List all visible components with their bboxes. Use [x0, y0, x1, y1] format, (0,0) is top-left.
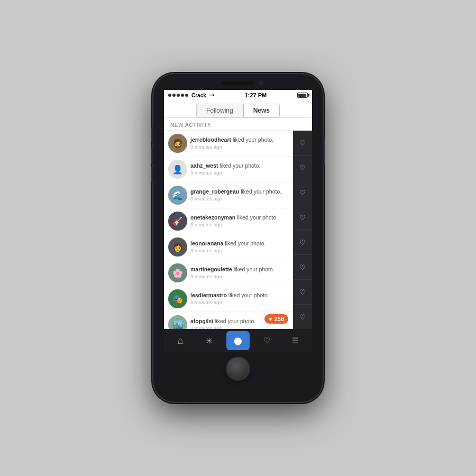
activity-item-7: 🎭lesdiermastro liked your photo.3 minute…	[164, 286, 312, 312]
like-badge: ♥258	[264, 314, 288, 324]
activity-text-5: leonoranana liked your photo.3 minutes a…	[187, 240, 289, 254]
heart-btn-7[interactable]: ♡	[293, 280, 312, 305]
time-3: 3 minutes ago	[190, 196, 286, 202]
status-left: Crack ⭢	[168, 93, 214, 98]
activity-text-6: martinegoulette liked your photo.3 minut…	[187, 266, 289, 280]
activity-text-2: aahz_west liked your photo.3 minutes ago	[187, 162, 289, 177]
username-7: lesdiermastro	[190, 292, 227, 298]
activity-item-4: 🎸onetakezonyman liked your photo.3 minut…	[164, 208, 312, 234]
avatar-6: 🌸	[168, 263, 187, 282]
tab-bar: Following News	[164, 100, 312, 118]
avatar-1: 🧔	[168, 134, 187, 153]
nav-profile[interactable]: ☰	[284, 331, 307, 350]
activity-item-5: 👩leonoranana liked your photo.3 minutes …	[164, 234, 312, 260]
activity-text-1: jerrebloodheart liked your photo.3 minut…	[187, 136, 289, 151]
time-7: 3 minutes ago	[190, 299, 286, 306]
time-5: 3 minutes ago	[190, 248, 286, 254]
activity-text-7: lesdiermastro liked your photo.3 minutes…	[187, 292, 289, 306]
like-badge-icon: ♥	[269, 316, 272, 322]
activity-list: 🧔jerrebloodheart liked your photo.3 minu…	[164, 131, 312, 329]
action-6: liked your photo.	[234, 266, 274, 272]
phone-shell: Crack ⭢ 1:27 PM Following News NEW ACTIV…	[153, 74, 323, 402]
battery-indicator	[297, 93, 308, 98]
tab-news[interactable]: News	[243, 104, 280, 117]
signal-bars	[168, 94, 188, 97]
carrier-label: Crack	[191, 93, 206, 98]
heart-sidebar: ♡♡♡♡♡♡♡♡	[293, 131, 312, 329]
heart-btn-1[interactable]: ♡	[293, 131, 312, 155]
like-badge-count: 258	[274, 316, 284, 322]
activity-item-3: 🌊grange_robergeau liked your photo.3 min…	[164, 182, 312, 208]
heart-btn-5[interactable]: ♡	[293, 230, 312, 255]
tab-following[interactable]: Following	[196, 104, 243, 117]
activity-item-2: 👤aahz_west liked your photo.3 minutes ag…	[164, 157, 312, 182]
username-1: jerrebloodheart	[190, 136, 231, 143]
bottom-nav: ⌂ ✳ ⬤ ♡ ☰	[164, 329, 312, 352]
avatar-8: 🏙️	[168, 315, 187, 329]
heart-btn-3[interactable]: ♡	[293, 180, 312, 205]
heart-btn-6[interactable]: ♡	[293, 255, 312, 280]
nav-explore[interactable]: ✳	[198, 331, 221, 350]
activity-item-1: 🧔jerrebloodheart liked your photo.3 minu…	[164, 131, 312, 157]
time-8: 3 minutes ago	[190, 325, 286, 329]
heart-btn-4[interactable]: ♡	[293, 205, 312, 230]
username-4: onetakezonyman	[190, 214, 235, 221]
action-3: liked your photo.	[241, 188, 281, 195]
activity-text-3: grange_robergeau liked your photo.3 minu…	[187, 188, 289, 203]
activity-text-4: onetakezonyman liked your photo.3 minute…	[187, 214, 289, 228]
action-4: liked your photo.	[237, 214, 278, 221]
action-7: liked your photo.	[228, 292, 269, 298]
time-4: 3 minutes ago	[190, 222, 286, 228]
time-1: 3 minutes ago	[190, 144, 286, 150]
username-2: aahz_west	[190, 162, 218, 169]
time-6: 3 minutes ago	[190, 273, 286, 280]
avatar-2: 👤	[168, 160, 187, 179]
action-2: liked your photo.	[219, 162, 260, 169]
home-button[interactable]	[226, 356, 250, 381]
status-bar: Crack ⭢ 1:27 PM	[164, 90, 312, 100]
heart-btn-8[interactable]: ♡	[293, 305, 312, 329]
action-1: liked your photo.	[233, 136, 273, 143]
nav-activity[interactable]: ♡	[255, 331, 278, 350]
time-2: 3 minutes ago	[190, 170, 286, 176]
username-8: afopgilsi	[190, 318, 213, 324]
username-3: grange_robergeau	[190, 188, 239, 195]
action-8: liked your photo.	[215, 318, 255, 324]
status-time: 1:27 PM	[245, 92, 267, 98]
activity-item-8: 🏙️afopgilsi liked your photo.3 minutes a…	[164, 312, 312, 329]
action-5: liked your photo.	[225, 240, 266, 246]
nav-camera[interactable]: ⬤	[226, 331, 250, 350]
username-5: leonoranana	[190, 240, 223, 246]
heart-btn-2[interactable]: ♡	[293, 155, 312, 180]
avatar-7: 🎭	[168, 289, 187, 308]
activity-item-6: 🌸martinegoulette liked your photo.3 minu…	[164, 260, 312, 286]
phone-screen: Crack ⭢ 1:27 PM Following News NEW ACTIV…	[164, 90, 312, 352]
section-header: NEW ACTIVITY	[164, 118, 312, 131]
avatar-5: 👩	[168, 237, 187, 257]
wifi-icon: ⭢	[209, 93, 214, 98]
front-camera	[259, 81, 263, 85]
avatar-4: 🎸	[168, 212, 187, 231]
speaker	[222, 81, 254, 85]
nav-home[interactable]: ⌂	[169, 331, 192, 350]
avatar-3: 🌊	[168, 186, 187, 205]
username-6: martinegoulette	[190, 266, 232, 272]
